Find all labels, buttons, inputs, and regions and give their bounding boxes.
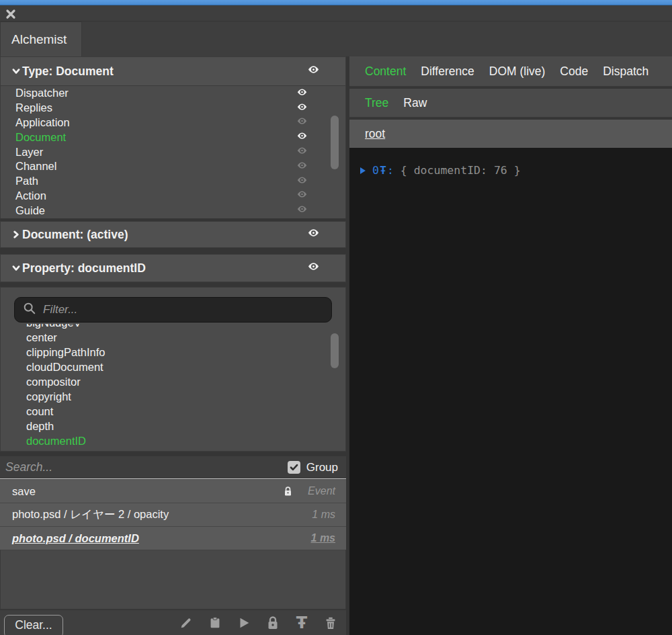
tab-alchemist[interactable]: Alchemist xyxy=(0,22,82,56)
property-list-scrollbar[interactable] xyxy=(331,333,339,368)
event-row-save[interactable]: save Event xyxy=(0,479,346,503)
eye-icon[interactable] xyxy=(296,86,308,100)
event-row-label: save xyxy=(12,485,283,498)
listener-panel: Search... Group save Event photo.psd / レ… xyxy=(0,456,346,609)
edit-icon[interactable] xyxy=(178,615,194,631)
eye-icon[interactable] xyxy=(307,260,320,276)
search-row: Search... Group xyxy=(0,456,346,479)
property-item-label: copyright xyxy=(26,390,71,403)
property-item-selected[interactable]: documentID xyxy=(1,433,345,448)
type-item-label: Replies xyxy=(15,101,52,114)
right-tabs: Content Difference DOM (live) Code Dispa… xyxy=(349,56,672,87)
bottom-toolbar: Clear... Ŧ xyxy=(0,610,346,635)
type-item-label: Action xyxy=(15,189,46,202)
type-item-dispatcher[interactable]: Dispatcher xyxy=(1,86,345,101)
event-row-meta: 1 ms xyxy=(311,532,335,544)
event-list-empty-area xyxy=(0,550,346,609)
eye-icon[interactable] xyxy=(307,226,320,243)
tab-dispatch[interactable]: Dispatch xyxy=(595,65,656,79)
property-item[interactable]: count xyxy=(1,404,345,419)
trash-icon[interactable] xyxy=(323,615,339,631)
tree-node-colon: : xyxy=(387,164,394,177)
section-header-property[interactable]: Property: documentID xyxy=(0,254,346,282)
tab-content[interactable]: Content xyxy=(358,65,413,79)
section-header-document[interactable]: Document: (active) xyxy=(0,221,346,248)
type-item-label-selected: Document xyxy=(15,131,66,144)
pin-icon[interactable]: Ŧ xyxy=(294,615,310,631)
eye-off-icon[interactable] xyxy=(296,189,308,203)
breadcrumb-root-link[interactable]: root xyxy=(365,127,385,141)
chevron-down-icon[interactable] xyxy=(11,67,21,76)
expand-arrow-icon[interactable] xyxy=(359,166,367,175)
close-icon[interactable] xyxy=(5,9,16,19)
property-item[interactable]: bigNudgeV xyxy=(1,324,345,330)
tab-difference[interactable]: Difference xyxy=(413,65,481,79)
tab-alchemist-label: Alchemist xyxy=(11,32,67,47)
chevron-down-icon[interactable] xyxy=(11,263,21,273)
left-panel: Type: Document Dispatcher Replies Applic… xyxy=(0,56,346,635)
event-row-label: photo.psd / documentID xyxy=(12,532,311,545)
filter-input[interactable]: Filter... xyxy=(14,297,332,323)
type-item-label: Application xyxy=(15,116,70,129)
eye-off-icon[interactable] xyxy=(296,116,308,130)
property-item[interactable]: compositor xyxy=(1,374,345,389)
event-row-label: photo.psd / レイヤー 2 / opacity xyxy=(12,507,312,522)
event-row-meta: Event xyxy=(308,485,335,497)
property-item-label: fileInfo xyxy=(26,450,59,452)
right-subtabs: Tree Raw xyxy=(349,89,672,118)
tree-node-key[interactable]: 0 xyxy=(372,164,379,177)
search-input[interactable]: Search... xyxy=(5,460,288,474)
section-header-type[interactable]: Type: Document xyxy=(0,56,346,86)
eye-off-icon[interactable] xyxy=(296,174,308,188)
clear-button[interactable]: Clear... xyxy=(4,615,63,635)
property-item-label: documentID xyxy=(26,435,86,448)
section-title-type: Type: Document xyxy=(22,65,114,79)
breadcrumb: root xyxy=(349,120,672,148)
eye-icon[interactable] xyxy=(296,130,308,144)
type-item-application[interactable]: Application xyxy=(1,116,345,130)
property-item-label: center xyxy=(26,331,57,344)
eye-off-icon[interactable] xyxy=(296,204,308,218)
eye-icon[interactable] xyxy=(307,63,320,79)
property-item[interactable]: center xyxy=(1,330,345,345)
eye-off-icon[interactable] xyxy=(296,145,308,159)
property-panel: Filter... bigNudgeV center clippingPathI… xyxy=(0,287,346,452)
eye-icon[interactable] xyxy=(296,101,308,115)
property-item[interactable]: fileInfo xyxy=(1,448,345,452)
property-item[interactable]: cloudDocument xyxy=(1,359,345,374)
tree-node-preview: { documentID: 76 } xyxy=(401,164,521,177)
lock-icon[interactable] xyxy=(265,615,281,631)
type-item-path[interactable]: Path xyxy=(1,174,345,189)
property-item-label: count xyxy=(26,405,53,418)
event-row-meta: 1 ms xyxy=(312,509,335,521)
lock-icon xyxy=(283,486,293,497)
type-item-layer[interactable]: Layer xyxy=(1,144,345,159)
event-row-opacity[interactable]: photo.psd / レイヤー 2 / opacity 1 ms xyxy=(0,503,346,526)
tree-node: 0 Ŧ : { documentID: 76 } xyxy=(349,148,672,177)
chevron-right-icon[interactable] xyxy=(11,230,21,239)
type-item-replies[interactable]: Replies xyxy=(1,101,345,116)
type-item-channel[interactable]: Channel xyxy=(1,159,345,174)
eye-off-icon[interactable] xyxy=(296,159,308,173)
property-item[interactable]: clippingPathInfo xyxy=(1,345,345,359)
event-row-documentid[interactable]: photo.psd / documentID 1 ms xyxy=(0,526,346,550)
tab-code[interactable]: Code xyxy=(552,65,595,79)
pin-icon[interactable]: Ŧ xyxy=(380,164,386,177)
subtab-tree[interactable]: Tree xyxy=(358,96,396,110)
property-item[interactable]: copyright xyxy=(1,389,345,404)
subtab-raw[interactable]: Raw xyxy=(396,96,434,110)
type-item-guide[interactable]: Guide xyxy=(1,203,345,218)
section-title-document: Document: (active) xyxy=(22,228,128,242)
type-item-document[interactable]: Document xyxy=(1,130,345,144)
property-item-label: clippingPathInfo xyxy=(26,346,105,359)
property-list: bigNudgeV center clippingPathInfo cloudD… xyxy=(1,324,345,452)
window-titlebar xyxy=(0,0,672,5)
property-item[interactable]: depth xyxy=(1,419,345,433)
property-item-label: bigNudgeV xyxy=(26,324,81,329)
play-icon[interactable] xyxy=(236,615,252,631)
tab-dom-live[interactable]: DOM (live) xyxy=(482,65,553,79)
group-checkbox[interactable] xyxy=(288,461,300,474)
type-list-scrollbar[interactable] xyxy=(331,116,339,169)
clipboard-icon[interactable] xyxy=(207,615,223,631)
type-item-action[interactable]: Action xyxy=(1,189,345,204)
